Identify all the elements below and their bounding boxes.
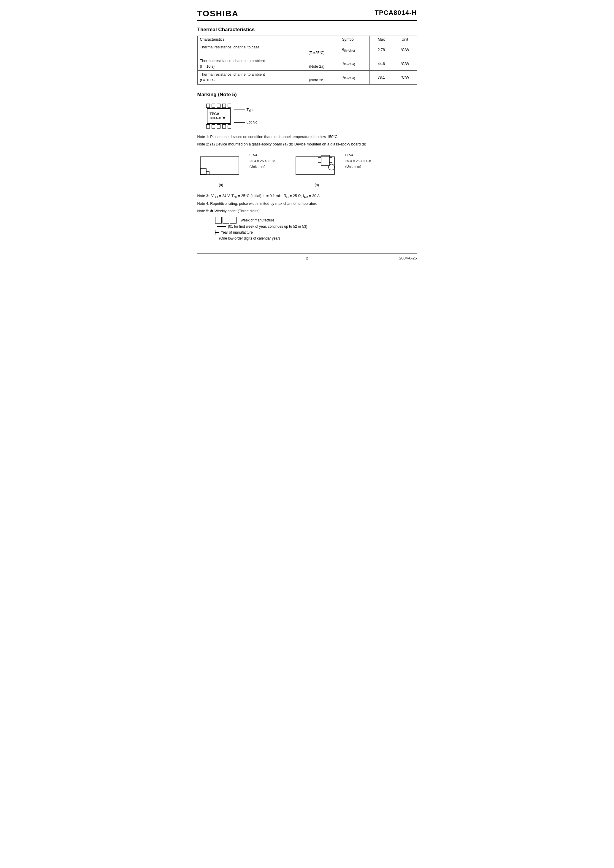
col-header-symbol: Symbol	[327, 36, 369, 43]
board-a-info: FR-4 25.4 × 25.4 × 0.8 (Unit: mm)	[250, 152, 275, 170]
notes-section: Note 1: Please use devices on condition …	[197, 134, 417, 242]
board-b-diagram: (b)	[293, 152, 340, 188]
symbol-cell-3: Rth (ch·a)	[327, 71, 369, 85]
table-row: Thermal resistance, channel to ambient (…	[197, 71, 417, 85]
week-label-manufacture: Week of manufacture	[241, 217, 274, 223]
char-cell-1: Thermal resistance, channel to case (Tc=…	[197, 43, 327, 57]
svg-point-7	[329, 164, 335, 170]
week-box-1	[215, 217, 222, 224]
table-row: Thermal resistance, channel to case (Tc=…	[197, 43, 417, 57]
company-logo: TOSHIBA	[197, 9, 239, 19]
ic-body: TPCA 8014-H ✱	[207, 108, 231, 124]
ic-pins-bottom	[206, 124, 231, 129]
page-footer: 2 2004-6-25	[197, 253, 417, 260]
part-number: TPCA8014-H	[375, 9, 417, 17]
svg-rect-1	[200, 169, 206, 175]
week-box-3	[230, 217, 237, 224]
week-code-diagram: Week of manufacture	[215, 217, 417, 224]
ic-pin	[222, 124, 226, 129]
ic-line-tpca: TPCA	[210, 112, 220, 116]
ic-pin	[217, 124, 220, 129]
ic-pin	[228, 104, 231, 108]
diagram-b: (b) FR-4 25.4 × 25.4 × 0.8 (Unit: mm)	[293, 152, 371, 188]
symbol-cell-1: Rth (ch·c)	[327, 43, 369, 57]
diagram-a: (a) FR-4 25.4 × 25.4 × 0.8 (Unit: mm)	[197, 152, 275, 188]
week-code-labels: (01 for first week of year, continues up…	[215, 224, 417, 242]
type-text: Type	[247, 108, 254, 112]
board-diagrams: (a) FR-4 25.4 × 25.4 × 0.8 (Unit: mm)	[197, 152, 417, 188]
table-row: Thermal resistance, channel to ambient (…	[197, 57, 417, 71]
marking-section-title: Marking (Note 5)	[197, 92, 417, 98]
ic-pins-top	[206, 104, 231, 108]
board-a-unit: (Unit: mm)	[250, 164, 275, 170]
ic-pin	[212, 104, 215, 108]
marking-diagram: TPCA 8014-H ✱ Type Lot No.	[206, 104, 417, 129]
week-label-year: Year of manufacture	[215, 230, 417, 235]
ic-pin	[206, 124, 210, 129]
board-a-fr4: FR-4	[250, 152, 275, 158]
max-cell-1: 2.78	[369, 43, 393, 57]
footer-left	[197, 256, 271, 260]
board-b-fr4: FR-4	[345, 152, 371, 158]
board-b-dims: 25.4 × 25.4 × 0.8	[345, 158, 371, 164]
note2-header: Note 2: (a) Device mounted on a glass-ep…	[197, 141, 417, 148]
board-b-unit: (Unit: mm)	[345, 164, 371, 170]
ic-pin	[228, 124, 231, 129]
board-b-label: (b)	[315, 182, 319, 188]
board-a-label: (a)	[219, 182, 223, 188]
type-label: Type	[234, 108, 259, 112]
char-cell-3: Thermal resistance, channel to ambient (…	[197, 71, 327, 85]
board-a-svg	[197, 152, 245, 182]
note3: Note 3: VDD = 24 V, Tch = 25°C (initial)…	[197, 193, 417, 200]
ic-package: TPCA 8014-H ✱	[206, 104, 231, 129]
week-boxes	[215, 217, 237, 224]
ic-pin	[222, 104, 226, 108]
unit-cell-2: °C/W	[393, 57, 417, 71]
board-b-info: FR-4 25.4 × 25.4 × 0.8 (Unit: mm)	[345, 152, 371, 170]
ic-pin	[206, 104, 210, 108]
lotno-text: Lot No.	[247, 120, 259, 124]
board-a-diagram: (a)	[197, 152, 245, 188]
unit-cell-3: °C/W	[393, 71, 417, 85]
ic-line-model: 8014-H ✱	[210, 116, 226, 120]
ic-star-box: ✱	[222, 116, 226, 120]
board-a-dims: 25.4 × 25.4 × 0.8	[250, 158, 275, 164]
lotno-label: Lot No.	[234, 120, 259, 124]
week-label-01: (01 for first week of year, continues up…	[217, 224, 417, 230]
ic-pin	[217, 104, 220, 108]
max-cell-2: 44.6	[369, 57, 393, 71]
arrow-line-lotno	[234, 122, 245, 123]
thermal-table: Characteristics Symbol Max Unit Thermal …	[197, 36, 417, 85]
unit-cell-1: °C/W	[393, 43, 417, 57]
week-box-2	[223, 217, 229, 224]
col-header-max: Max	[369, 36, 393, 43]
ic-pin	[212, 124, 215, 129]
col-header-unit: Unit	[393, 36, 417, 43]
week-code-section: Week of manufacture (01 for first week o…	[215, 217, 417, 242]
note1: Note 1: Please use devices on condition …	[197, 134, 417, 140]
board-b-svg	[293, 152, 340, 182]
page-header: TOSHIBA TPCA8014-H	[197, 9, 417, 21]
arrow-line-type	[234, 110, 245, 110]
week-label-year-sub: (One low-order digits of calendar year)	[219, 235, 417, 241]
note5: Note 5: ✱ Weekly code: (Three digits)	[197, 208, 417, 214]
note4: Note 4: Repetitive rating: pulse width l…	[197, 201, 417, 207]
max-cell-3: 78.1	[369, 71, 393, 85]
thermal-section-title: Thermal Characteristics	[197, 27, 417, 33]
char-cell-2: Thermal resistance, channel to ambient (…	[197, 57, 327, 71]
footer-page: 2	[270, 256, 344, 260]
col-header-characteristics: Characteristics	[197, 36, 327, 43]
symbol-cell-2: Rth (ch·a)	[327, 57, 369, 71]
footer-date: 2004-6-25	[344, 256, 417, 260]
